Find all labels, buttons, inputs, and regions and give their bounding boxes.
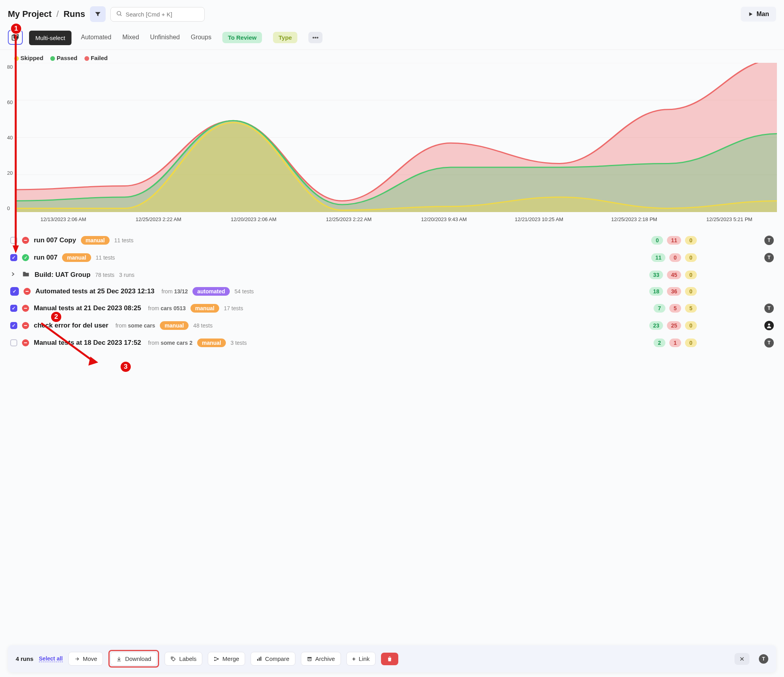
folder-icon (22, 270, 30, 279)
run-meta: 17 tests (224, 305, 243, 311)
manual-run-label: Man (757, 11, 769, 18)
run-from: from 13/12 (161, 288, 188, 295)
filter-button[interactable] (90, 6, 106, 22)
tab-groups[interactable]: Groups (191, 34, 211, 41)
run-title: check error for del user (34, 322, 108, 329)
run-counts: 18 36 0 (646, 287, 697, 296)
play-icon (748, 11, 753, 17)
legend-dot-failed (84, 56, 89, 61)
run-row[interactable]: Manual tests at 21 Dec 2023 08:25 from c… (8, 300, 776, 317)
run-title: Manual tests at 18 Dec 2023 17:52 (34, 339, 141, 347)
chart-legend: Skipped Passed Failed (0, 50, 784, 63)
tab-to-review[interactable]: To Review (222, 32, 262, 43)
multiselect-tooltip: Multi-select (29, 31, 71, 45)
run-title: Automated tests at 25 Dec 2023 12:13 (35, 287, 154, 295)
avatar[interactable] (764, 321, 774, 330)
search-input[interactable] (126, 11, 199, 18)
run-from: from some cars (115, 322, 155, 329)
svg-point-9 (768, 324, 770, 326)
status-icon (22, 305, 29, 312)
avatar[interactable]: T (764, 304, 774, 313)
avatar[interactable]: T (764, 338, 774, 348)
search-box[interactable] (110, 7, 205, 22)
run-meta: 48 tests (193, 322, 212, 329)
status-icon (24, 288, 31, 295)
run-row[interactable]: run 007 manual 11 tests 11 0 0 T (8, 249, 776, 266)
tab-more-button[interactable]: ••• (308, 32, 322, 43)
run-tag: manual (62, 253, 91, 262)
run-from: from some cars 2 (148, 340, 192, 346)
run-counts: 2 1 0 (646, 338, 697, 347)
run-tag: manual (197, 338, 226, 347)
avatar[interactable]: T (764, 253, 774, 262)
run-counts: 11 0 0 (646, 253, 697, 262)
run-counts: 0 11 0 (646, 236, 697, 245)
status-icon (22, 237, 29, 244)
svg-point-0 (117, 11, 121, 15)
legend-skipped: Skipped (20, 55, 43, 61)
breadcrumb-section[interactable]: Runs (64, 9, 85, 19)
row-checkbox[interactable] (10, 305, 17, 312)
run-counts: 33 45 0 (646, 271, 697, 279)
legend-failed: Failed (91, 55, 108, 61)
run-row[interactable]: check error for del user from some cars … (8, 317, 776, 334)
step-3-badge: 3 (120, 361, 132, 373)
run-tag: manual (160, 321, 189, 330)
tab-mixed[interactable]: Mixed (122, 34, 139, 41)
run-meta: 3 tests (231, 340, 247, 346)
breadcrumb-project[interactable]: My Project (8, 9, 51, 19)
svg-line-1 (120, 15, 121, 16)
breadcrumb: My Project / Runs (8, 9, 85, 19)
step-2-badge: 2 (50, 311, 62, 323)
run-from: from cars 0513 (148, 305, 186, 311)
row-checkbox[interactable] (10, 287, 19, 296)
run-meta: 54 tests (234, 288, 254, 295)
row-checkbox[interactable] (10, 254, 17, 261)
tab-automated[interactable]: Automated (81, 34, 111, 41)
run-title: run 007 (34, 254, 57, 262)
row-checkbox[interactable] (10, 322, 17, 329)
expand-icon[interactable] (10, 271, 17, 278)
run-meta: 78 tests (95, 272, 114, 278)
avatar[interactable]: T (764, 236, 774, 245)
filter-icon (94, 11, 101, 18)
run-row[interactable]: Automated tests at 25 Dec 2023 12:13 fro… (8, 283, 776, 300)
run-meta: 11 tests (96, 254, 115, 261)
run-row[interactable]: run 007 Copy manual 11 tests 0 11 0 T (8, 232, 776, 249)
run-row[interactable]: Manual tests at 18 Dec 2023 17:52 from s… (8, 334, 776, 351)
status-icon (22, 254, 29, 261)
area-chart (16, 63, 777, 212)
manual-run-button[interactable]: Man (741, 7, 776, 22)
row-checkbox[interactable] (10, 339, 17, 346)
run-meta: 11 tests (114, 237, 134, 243)
runs-list: run 007 Copy manual 11 tests 0 11 0 T ru… (0, 222, 784, 387)
run-tag: automated (192, 287, 230, 296)
status-icon (22, 322, 29, 329)
status-icon (22, 339, 29, 346)
run-tag: manual (191, 304, 219, 313)
tab-unfinished[interactable]: Unfinished (150, 34, 180, 41)
run-title: run 007 Copy (34, 236, 76, 244)
run-counts: 23 25 0 (646, 321, 697, 330)
run-counts: 7 5 5 (646, 304, 697, 313)
run-tag: manual (81, 236, 110, 245)
search-icon (116, 11, 123, 18)
legend-passed: Passed (57, 55, 77, 61)
legend-dot-skipped (14, 56, 19, 61)
run-title: Build: UAT Group (35, 271, 90, 279)
tab-type[interactable]: Type (273, 32, 297, 43)
legend-dot-passed (50, 56, 55, 61)
chart-area: 020406080 (0, 63, 784, 213)
row-checkbox[interactable] (10, 237, 17, 244)
run-title: Manual tests at 21 Dec 2023 08:25 (34, 304, 141, 312)
run-row[interactable]: Build: UAT Group 78 tests 3 runs 33 45 0 (8, 266, 776, 283)
run-meta: 3 runs (119, 272, 134, 278)
chart-x-labels: 12/13/2023 2:06 AM12/25/2023 2:22 AM12/2… (0, 213, 784, 222)
step-1-badge: 1 (10, 23, 22, 35)
